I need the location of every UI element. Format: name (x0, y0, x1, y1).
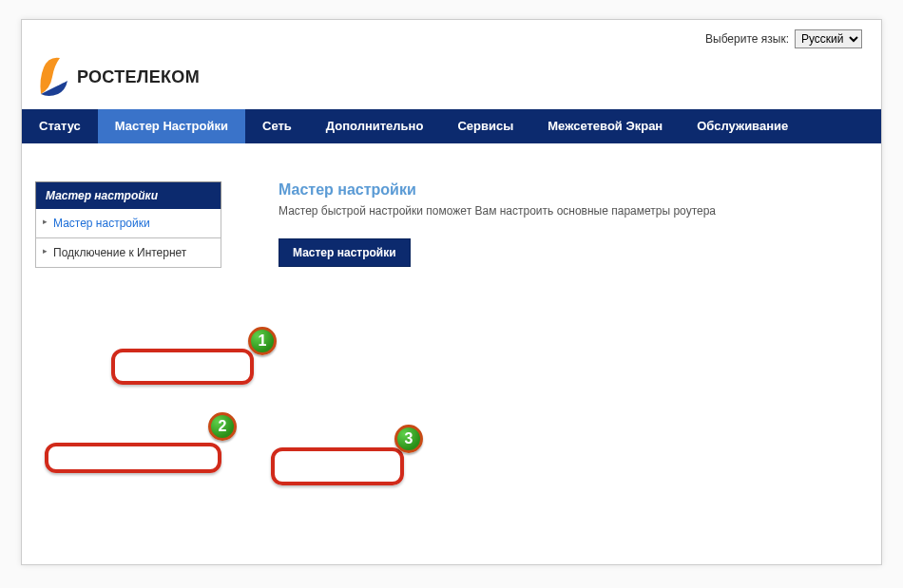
highlight-ring-1 (111, 349, 254, 385)
setup-wizard-button[interactable]: Мастер настройки (279, 238, 411, 267)
language-label: Выберите язык: (705, 32, 789, 46)
nav-network[interactable]: Сеть (245, 109, 309, 143)
topbar: Выберите язык: Русский (22, 20, 881, 52)
brand-name: РОСТЕЛЕКОМ (77, 67, 200, 87)
step-badge-2: 2 (208, 412, 237, 441)
sidebar-item-internet-connection[interactable]: Подключение к Интернет (35, 238, 221, 268)
rostelecom-logo-icon (35, 52, 69, 102)
sidebar-header: Мастер настройки (35, 181, 221, 209)
nav-setup-wizard[interactable]: Мастер Настройки (98, 109, 245, 143)
nav-status[interactable]: Статус (22, 109, 98, 143)
sidebar: Мастер настройки Мастер настройки Подклю… (22, 181, 221, 268)
page-description: Мастер быстрой настройки поможет Вам нас… (279, 204, 853, 218)
highlight-ring-3 (271, 447, 404, 485)
nav-maintenance[interactable]: Обслуживание (680, 109, 805, 143)
nav-firewall[interactable]: Межсетевой Экран (530, 109, 680, 143)
nav-advanced[interactable]: Дополнительно (309, 109, 441, 143)
language-select[interactable]: Русский (795, 29, 862, 48)
router-admin-window: Выберите язык: Русский РОСТЕЛЕКОМ Статус… (21, 19, 882, 565)
main-nav: Статус Мастер Настройки Сеть Дополнитель… (22, 109, 881, 143)
highlight-ring-2 (45, 443, 221, 473)
logo-row: РОСТЕЛЕКОМ (22, 52, 881, 109)
body: Мастер настройки Мастер настройки Подклю… (22, 143, 881, 268)
step-badge-1: 1 (248, 327, 277, 355)
page-title: Мастер настройки (279, 181, 853, 199)
step-badge-3: 3 (394, 425, 423, 453)
nav-services[interactable]: Сервисы (440, 109, 530, 143)
sidebar-item-setup-wizard[interactable]: Мастер настройки (35, 209, 221, 238)
content-area: Мастер настройки Мастер быстрой настройк… (221, 181, 881, 268)
